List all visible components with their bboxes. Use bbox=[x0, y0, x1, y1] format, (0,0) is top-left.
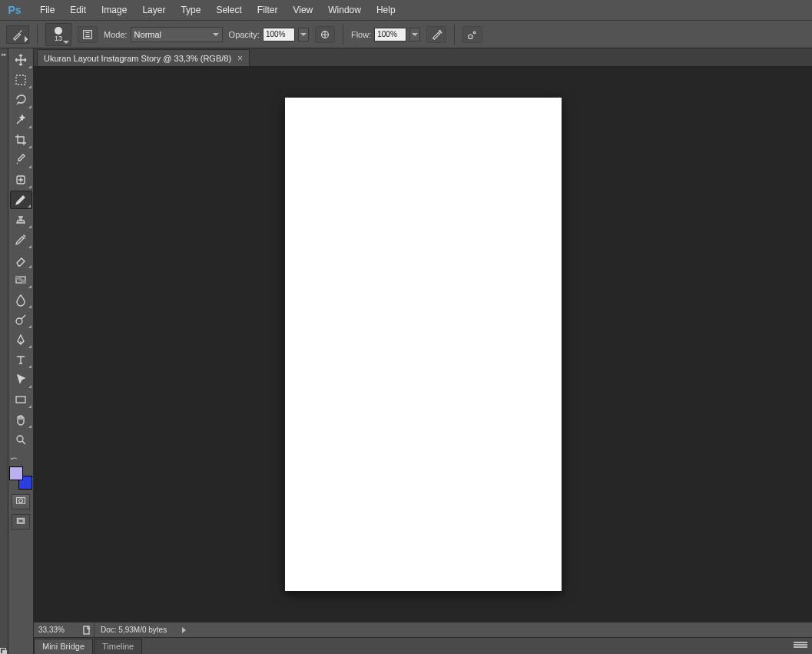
svg-point-13 bbox=[19, 499, 23, 503]
blend-mode-value: Normal bbox=[134, 30, 161, 39]
document-tab[interactable]: Ukuran Layout Instagram Story @ 33,3% (R… bbox=[37, 49, 250, 66]
menu-bar: Ps File Edit Image Layer Type Select Fil… bbox=[0, 0, 812, 21]
blend-mode-select[interactable]: Normal bbox=[131, 27, 223, 42]
brush-icon bbox=[12, 28, 24, 41]
foreground-color-swatch[interactable] bbox=[9, 466, 23, 480]
brush-dot-icon bbox=[55, 27, 62, 35]
document-tab-bar: Ukuran Layout Instagram Story @ 33,3% (R… bbox=[34, 48, 812, 67]
svg-point-9 bbox=[16, 318, 22, 324]
tablet-pressure-icon bbox=[319, 28, 331, 41]
svg-rect-6 bbox=[16, 75, 25, 85]
svg-point-5 bbox=[474, 32, 476, 34]
separator bbox=[37, 25, 38, 45]
page-icon bbox=[82, 626, 91, 635]
doc-info-value: 5,93M/0 bytes bbox=[118, 626, 167, 634]
quick-mask-icon bbox=[15, 496, 27, 507]
pressure-opacity-toggle[interactable] bbox=[315, 26, 335, 43]
flow-dropdown[interactable] bbox=[409, 28, 420, 41]
workspace: ▸▸ ⤺ bbox=[0, 48, 812, 654]
hand-tool[interactable] bbox=[10, 410, 32, 429]
eyedropper-tool[interactable] bbox=[10, 151, 32, 169]
brush-panel-icon bbox=[81, 28, 94, 41]
color-swap-row: ⤺ bbox=[9, 454, 32, 463]
color-swatches[interactable] bbox=[9, 466, 32, 490]
svg-point-3 bbox=[441, 32, 442, 32]
doc-info-label: Doc: bbox=[101, 626, 117, 634]
magic-wand-tool[interactable] bbox=[10, 111, 32, 129]
tablet-size-icon bbox=[466, 28, 479, 41]
svg-rect-10 bbox=[16, 397, 25, 403]
menu-filter[interactable]: Filter bbox=[250, 0, 286, 21]
opacity-dropdown[interactable] bbox=[298, 28, 309, 41]
brush-tool[interactable] bbox=[10, 191, 32, 209]
app-logo: Ps bbox=[5, 2, 25, 18]
menu-image[interactable]: Image bbox=[94, 0, 134, 21]
panel-menu-button[interactable] bbox=[794, 641, 807, 650]
toolbox: ⤺ bbox=[8, 48, 34, 654]
brush-size-label: 13 bbox=[55, 35, 62, 42]
gradient-tool[interactable] bbox=[10, 271, 32, 289]
history-brush-tool[interactable] bbox=[10, 231, 32, 249]
quick-mask-toggle[interactable] bbox=[12, 494, 30, 510]
toolbox-collapse-toggle[interactable]: ▸▸ bbox=[0, 48, 8, 654]
brush-preset-picker[interactable]: 13 bbox=[45, 23, 71, 46]
svg-rect-15 bbox=[18, 520, 23, 523]
airbrush-toggle[interactable] bbox=[426, 26, 446, 43]
screen-mode-toggle[interactable] bbox=[12, 514, 30, 530]
tab-mini-bridge[interactable]: Mini Bridge bbox=[34, 639, 93, 654]
menu-file[interactable]: File bbox=[32, 0, 62, 21]
brush-panel-toggle[interactable] bbox=[78, 26, 98, 43]
opacity-label: Opacity: bbox=[229, 30, 260, 39]
options-bar: 13 Mode: Normal Opacity: 100% Flow: 100% bbox=[0, 21, 812, 48]
marquee-tool[interactable] bbox=[10, 71, 32, 89]
zoom-level[interactable]: 33,33% bbox=[34, 626, 80, 634]
zoom-tool[interactable] bbox=[10, 430, 32, 449]
document-tab-title: Ukuran Layout Instagram Story @ 33,3% (R… bbox=[44, 54, 231, 63]
menu-select[interactable]: Select bbox=[208, 0, 249, 21]
eraser-tool[interactable] bbox=[10, 251, 32, 269]
menu-edit[interactable]: Edit bbox=[62, 0, 94, 21]
svg-point-4 bbox=[469, 35, 472, 38]
bottom-panel-tabs: Mini Bridge Timeline bbox=[34, 637, 812, 654]
status-bar: 33,33% Doc: 5,93M/0 bytes bbox=[34, 622, 812, 637]
canvas-page[interactable] bbox=[285, 98, 562, 591]
rectangle-tool[interactable] bbox=[10, 390, 32, 409]
opacity-field[interactable]: 100% bbox=[263, 28, 295, 41]
clone-stamp-tool[interactable] bbox=[10, 211, 32, 229]
chevron-right-icon bbox=[182, 627, 186, 633]
status-icon[interactable] bbox=[80, 626, 94, 635]
lasso-tool[interactable] bbox=[10, 91, 32, 109]
menu-help[interactable]: Help bbox=[369, 0, 403, 21]
menu-layer[interactable]: Layer bbox=[134, 0, 173, 21]
separator bbox=[343, 25, 343, 45]
pressure-size-toggle[interactable] bbox=[462, 26, 482, 43]
screen-mode-icon bbox=[15, 516, 27, 527]
menu-type[interactable]: Type bbox=[173, 0, 208, 21]
swap-colors-icon[interactable]: ⤺ bbox=[11, 454, 17, 463]
separator bbox=[454, 25, 455, 45]
flow-label: Flow: bbox=[351, 30, 371, 39]
healing-brush-tool[interactable] bbox=[10, 171, 32, 189]
default-colors-icon[interactable] bbox=[0, 648, 6, 654]
mode-label: Mode: bbox=[104, 30, 128, 39]
close-icon[interactable]: × bbox=[237, 53, 243, 64]
move-tool[interactable] bbox=[10, 51, 32, 69]
canvas-area: Ukuran Layout Instagram Story @ 33,3% (R… bbox=[34, 48, 812, 654]
dodge-tool[interactable] bbox=[10, 310, 32, 329]
tab-timeline[interactable]: Timeline bbox=[94, 639, 142, 654]
menu-view[interactable]: View bbox=[285, 0, 320, 21]
doc-info[interactable]: Doc: 5,93M/0 bytes bbox=[94, 622, 192, 637]
svg-point-11 bbox=[17, 436, 23, 442]
svg-rect-16 bbox=[84, 626, 89, 634]
svg-point-2 bbox=[439, 30, 441, 32]
pen-tool[interactable] bbox=[10, 330, 32, 349]
path-selection-tool[interactable] bbox=[10, 370, 32, 389]
menu-window[interactable]: Window bbox=[320, 0, 369, 21]
flow-field[interactable]: 100% bbox=[374, 28, 406, 41]
canvas-viewport[interactable] bbox=[34, 67, 812, 622]
blur-tool[interactable] bbox=[10, 290, 32, 309]
crop-tool[interactable] bbox=[10, 131, 32, 149]
tool-preset-picker[interactable] bbox=[6, 25, 29, 44]
expand-icon: ▸▸ bbox=[2, 51, 6, 58]
type-tool[interactable] bbox=[10, 350, 32, 369]
